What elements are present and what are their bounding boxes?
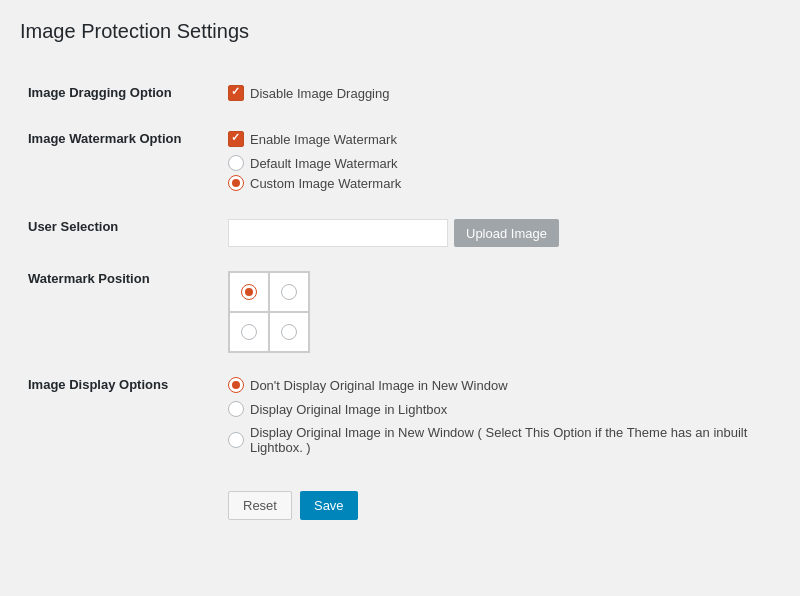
dragging-checkbox-row: Disable Image Dragging (228, 85, 772, 101)
dragging-value-cell: Disable Image Dragging (220, 73, 780, 119)
upload-image-button[interactable]: Upload Image (454, 219, 559, 247)
position-top-left[interactable] (229, 272, 269, 312)
position-grid (228, 271, 310, 353)
file-upload-row: Upload Image (228, 219, 772, 247)
file-input[interactable] (228, 219, 448, 247)
display-options-value-cell: Don't Display Original Image in New Wind… (220, 365, 780, 471)
watermark-position-row: Watermark Position (20, 259, 780, 365)
custom-watermark-label[interactable]: Custom Image Watermark (250, 176, 401, 191)
lightbox-label[interactable]: Display Original Image in Lightbox (250, 402, 447, 417)
custom-watermark-row: Custom Image Watermark (228, 175, 772, 191)
position-bottom-left-radio[interactable] (241, 324, 257, 340)
position-bottom-right-radio[interactable] (281, 324, 297, 340)
user-selection-row: User Selection Upload Image (20, 207, 780, 259)
default-watermark-radio[interactable] (228, 155, 244, 171)
disable-dragging-label[interactable]: Disable Image Dragging (250, 86, 389, 101)
watermark-position-value-cell (220, 259, 780, 365)
page-container: Image Protection Settings Image Dragging… (0, 0, 800, 596)
dragging-option-row: Image Dragging Option Disable Image Drag… (20, 73, 780, 119)
custom-watermark-radio[interactable] (228, 175, 244, 191)
watermark-option-row: Image Watermark Option Enable Image Wate… (20, 119, 780, 207)
user-selection-value-cell: Upload Image (220, 207, 780, 259)
new-window-label[interactable]: Display Original Image in New Window ( S… (250, 425, 772, 455)
settings-table: Image Dragging Option Disable Image Drag… (20, 73, 780, 471)
position-top-left-radio[interactable] (241, 284, 257, 300)
lightbox-row: Display Original Image in Lightbox (228, 401, 772, 417)
watermark-value-cell: Enable Image Watermark Default Image Wat… (220, 119, 780, 207)
default-watermark-row: Default Image Watermark (228, 155, 772, 171)
watermark-checkbox-row: Enable Image Watermark (228, 131, 772, 147)
dragging-label: Image Dragging Option (20, 73, 220, 119)
new-window-row: Display Original Image in New Window ( S… (228, 425, 772, 455)
enable-watermark-checkbox[interactable] (228, 131, 244, 147)
watermark-position-label: Watermark Position (20, 259, 220, 365)
display-options-list: Don't Display Original Image in New Wind… (228, 377, 772, 459)
page-title: Image Protection Settings (20, 20, 780, 53)
enable-watermark-label[interactable]: Enable Image Watermark (250, 132, 397, 147)
no-display-label[interactable]: Don't Display Original Image in New Wind… (250, 378, 508, 393)
default-watermark-label[interactable]: Default Image Watermark (250, 156, 398, 171)
display-options-row: Image Display Options Don't Display Orig… (20, 365, 780, 471)
lightbox-radio[interactable] (228, 401, 244, 417)
position-top-right-radio[interactable] (281, 284, 297, 300)
reset-button[interactable]: Reset (228, 491, 292, 520)
disable-dragging-checkbox[interactable] (228, 85, 244, 101)
watermark-sub-options: Default Image Watermark Custom Image Wat… (228, 155, 772, 191)
footer-buttons: Reset Save (228, 491, 780, 520)
position-bottom-left[interactable] (229, 312, 269, 352)
new-window-radio[interactable] (228, 432, 244, 448)
no-display-row: Don't Display Original Image in New Wind… (228, 377, 772, 393)
watermark-label: Image Watermark Option (20, 119, 220, 207)
no-display-radio[interactable] (228, 377, 244, 393)
save-button[interactable]: Save (300, 491, 358, 520)
position-bottom-right[interactable] (269, 312, 309, 352)
position-top-right[interactable] (269, 272, 309, 312)
display-options-label: Image Display Options (20, 365, 220, 471)
user-selection-label: User Selection (20, 207, 220, 259)
